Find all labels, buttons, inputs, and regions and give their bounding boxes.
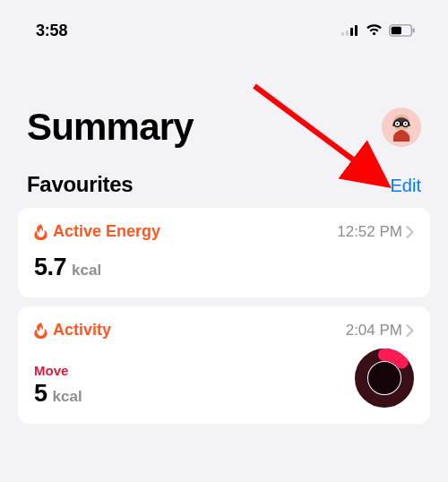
battery-icon	[389, 24, 416, 37]
card-title-text: Active Energy	[53, 222, 160, 241]
chevron-right-icon	[406, 324, 414, 337]
wifi-icon	[366, 24, 383, 37]
flame-icon	[34, 323, 47, 339]
page-title: Summary	[27, 106, 194, 149]
status-icons	[341, 24, 416, 37]
value-number: 5.7	[34, 254, 66, 281]
svg-rect-6	[413, 28, 415, 32]
avatar-memoji-icon	[382, 108, 421, 147]
card-time: 2:04 PM	[346, 322, 414, 340]
svg-rect-0	[341, 32, 344, 36]
active-energy-card[interactable]: Active Energy 12:52 PM 5.7 kcal	[18, 208, 430, 297]
card-body: Move 5 kcal	[34, 352, 414, 408]
card-time: 12:52 PM	[337, 223, 414, 241]
value-unit: kcal	[72, 262, 101, 280]
svg-point-14	[397, 123, 399, 125]
card-header-row: Active Energy 12:52 PM	[34, 222, 414, 241]
value-block: 5.7 kcal	[34, 254, 101, 281]
header: Summary	[0, 43, 448, 149]
edit-button[interactable]: Edit	[391, 176, 421, 196]
card-time-text: 2:04 PM	[346, 322, 402, 340]
card-body: 5.7 kcal	[34, 254, 414, 281]
svg-rect-3	[355, 25, 358, 36]
move-label: Move	[34, 363, 82, 378]
flame-icon	[34, 224, 47, 240]
card-title: Active Energy	[34, 222, 160, 241]
favourites-title: Favourites	[27, 172, 133, 197]
card-time-text: 12:52 PM	[337, 223, 402, 241]
status-time: 3:58	[36, 22, 67, 40]
card-left: Move 5 kcal	[34, 354, 82, 408]
summary-screen: 3:58 Summary	[0, 0, 448, 482]
value-number: 5	[34, 380, 47, 408]
profile-avatar-button[interactable]	[382, 108, 421, 147]
svg-point-15	[405, 123, 407, 125]
cellular-icon	[341, 25, 359, 36]
favourites-list: Active Energy 12:52 PM 5.7 kcal	[0, 208, 448, 424]
value-block: 5 kcal	[34, 380, 82, 408]
card-title: Activity	[34, 321, 111, 340]
value-unit: kcal	[53, 388, 82, 406]
svg-rect-5	[392, 27, 401, 35]
card-title-text: Activity	[53, 321, 111, 340]
activity-ring-icon	[355, 349, 414, 408]
svg-point-18	[368, 362, 401, 394]
card-header-row: Activity 2:04 PM	[34, 321, 414, 340]
activity-card[interactable]: Activity 2:04 PM Move 5 kcal	[18, 306, 430, 424]
svg-rect-1	[346, 30, 349, 36]
chevron-right-icon	[406, 226, 414, 238]
svg-rect-2	[350, 28, 353, 36]
favourites-header: Favourites Edit	[0, 149, 448, 208]
status-bar: 3:58	[0, 0, 448, 43]
